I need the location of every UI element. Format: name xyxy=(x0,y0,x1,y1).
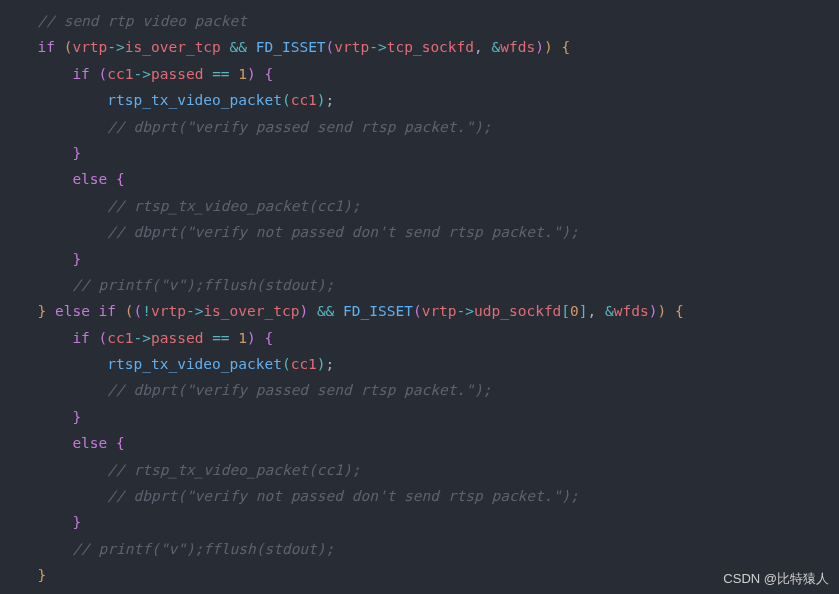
num: 1 xyxy=(238,66,247,82)
prop: is_over_tcp xyxy=(203,303,299,319)
prop: passed xyxy=(151,330,203,346)
var: vrtp xyxy=(151,303,186,319)
code-line: } xyxy=(0,140,839,166)
var: cc1 xyxy=(291,356,317,372)
code-line: // printf("v");fflush(stdout); xyxy=(0,272,839,298)
code-line: } else if ((!vrtp->is_over_tcp) && FD_IS… xyxy=(0,298,839,324)
var: cc1 xyxy=(291,92,317,108)
comment-text: // dbprt("verify not passed don't send r… xyxy=(107,488,578,504)
code-line: if (cc1->passed == 1) { xyxy=(0,325,839,351)
code-editor-content: // send rtp video packet if (vrtp->is_ov… xyxy=(0,8,839,589)
op: -> xyxy=(186,303,203,319)
num: 0 xyxy=(570,303,579,319)
code-line: // send rtp video packet xyxy=(0,8,839,34)
code-line: // dbprt("verify not passed don't send r… xyxy=(0,483,839,509)
code-line: if (vrtp->is_over_tcp && FD_ISSET(vrtp->… xyxy=(0,34,839,60)
op: -> xyxy=(457,303,474,319)
prop: udp_sockfd xyxy=(474,303,561,319)
comment-text: // printf("v");fflush(stdout); xyxy=(72,541,334,557)
code-line: else { xyxy=(0,430,839,456)
code-line: // rtsp_tx_video_packet(cc1); xyxy=(0,457,839,483)
code-line: // dbprt("verify passed send rtsp packet… xyxy=(0,114,839,140)
code-line: } xyxy=(0,509,839,535)
keyword-if: if xyxy=(72,66,89,82)
comment-text: // dbprt("verify not passed don't send r… xyxy=(107,224,578,240)
keyword-elseif: else if xyxy=(55,303,116,319)
code-line: // dbprt("verify not passed don't send r… xyxy=(0,219,839,245)
comment-text: // dbprt("verify passed send rtsp packet… xyxy=(107,382,491,398)
code-line: // printf("v");fflush(stdout); xyxy=(0,536,839,562)
code-line: // dbprt("verify passed send rtsp packet… xyxy=(0,377,839,403)
var: wfds xyxy=(500,39,535,55)
op: ! xyxy=(142,303,151,319)
code-line: } xyxy=(0,246,839,272)
fn: rtsp_tx_video_packet xyxy=(107,356,282,372)
prop: tcp_sockfd xyxy=(387,39,474,55)
var: vrtp xyxy=(72,39,107,55)
comment-text: // send rtp video packet xyxy=(37,13,247,29)
keyword-else: else xyxy=(72,171,107,187)
fn: FD_ISSET xyxy=(343,303,413,319)
comment-text: // printf("v");fflush(stdout); xyxy=(72,277,334,293)
code-line: rtsp_tx_video_packet(cc1); xyxy=(0,87,839,113)
var: cc1 xyxy=(107,66,133,82)
code-line: rtsp_tx_video_packet(cc1); xyxy=(0,351,839,377)
keyword-if: if xyxy=(37,39,54,55)
var: vrtp xyxy=(334,39,369,55)
keyword-else: else xyxy=(72,435,107,451)
code-line: } xyxy=(0,562,839,588)
op: -> xyxy=(369,39,386,55)
op: && xyxy=(230,39,247,55)
code-line: else { xyxy=(0,166,839,192)
op: == xyxy=(212,330,229,346)
watermark-text: CSDN @比特猿人 xyxy=(723,570,829,588)
prop: is_over_tcp xyxy=(125,39,221,55)
op: -> xyxy=(134,66,151,82)
code-line: // rtsp_tx_video_packet(cc1); xyxy=(0,193,839,219)
comment-text: // rtsp_tx_video_packet(cc1); xyxy=(107,198,360,214)
prop: passed xyxy=(151,66,203,82)
comment-text: // dbprt("verify passed send rtsp packet… xyxy=(107,119,491,135)
comment-text: // rtsp_tx_video_packet(cc1); xyxy=(107,462,360,478)
var: vrtp xyxy=(422,303,457,319)
op: & xyxy=(492,39,501,55)
code-line: if (cc1->passed == 1) { xyxy=(0,61,839,87)
var: cc1 xyxy=(107,330,133,346)
keyword-if: if xyxy=(72,330,89,346)
op: == xyxy=(212,66,229,82)
op: -> xyxy=(107,39,124,55)
op: & xyxy=(605,303,614,319)
fn: rtsp_tx_video_packet xyxy=(107,92,282,108)
num: 1 xyxy=(238,330,247,346)
code-line: } xyxy=(0,404,839,430)
var: wfds xyxy=(614,303,649,319)
op: && xyxy=(317,303,334,319)
op: -> xyxy=(134,330,151,346)
fn: FD_ISSET xyxy=(256,39,326,55)
